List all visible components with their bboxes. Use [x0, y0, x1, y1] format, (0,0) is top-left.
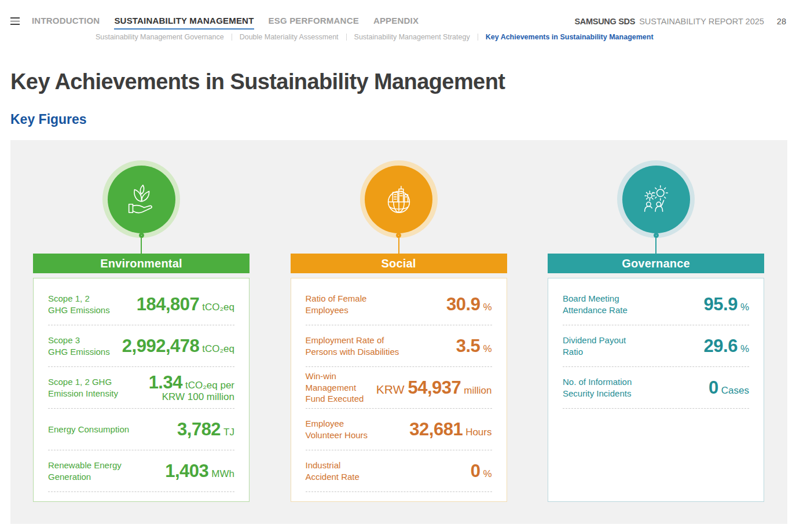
value-number: 184,807 — [137, 294, 200, 314]
subnav-divider — [346, 34, 347, 41]
metric-row: Win-win Management Fund Executed KRW54,9… — [306, 367, 492, 409]
samsung-sds-logo: SAMSUNG SDS — [574, 17, 635, 26]
value-unit: Cases — [721, 385, 749, 396]
metric-row: Employment Rate of Persons with Disabili… — [306, 325, 492, 367]
metric-row: Scope 1, 2 GHG Emissions 184,807tCO₂eq — [48, 284, 234, 325]
globe-buildings-icon — [381, 181, 417, 217]
section-title-key-figures: Key Figures — [10, 112, 87, 127]
connector-dot — [139, 233, 144, 238]
value-number: 29.6 — [704, 336, 738, 356]
connector-line — [655, 238, 656, 254]
metric-label: Scope 1, 2 GHG Emissions — [48, 293, 110, 316]
environmental-circle — [102, 160, 180, 238]
metric-value: 3,782TJ — [177, 420, 234, 439]
key-figures-panel: Environmental Scope 1, 2 GHG Emissions 1… — [10, 140, 787, 524]
people-gears-icon — [638, 181, 674, 217]
subnav-double-materiality[interactable]: Double Materiality Assessment — [240, 33, 339, 41]
metric-value: 95.9% — [704, 295, 749, 314]
metric-value: 3.5% — [456, 336, 492, 355]
value-number: 54,937 — [408, 377, 461, 398]
metric-value: 1.34tCO₂eq per KRW 100 million — [149, 373, 234, 403]
value-unit: million — [464, 385, 491, 396]
subnav-governance[interactable]: Sustainability Management Governance — [96, 33, 224, 41]
metric-label: Win-win Management Fund Executed — [306, 370, 376, 405]
subnav-strategy[interactable]: Sustainability Management Strategy — [354, 33, 470, 41]
metric-label: Energy Consumption — [48, 424, 129, 435]
social-column: Social Ratio of Female Employees 30.9% E… — [291, 160, 507, 524]
metric-label: Scope 1, 2 GHG Emission Intensity — [48, 376, 118, 399]
report-title: SUSTAINABILITY REPORT 2025 — [639, 17, 764, 26]
connector-line — [398, 238, 399, 254]
social-card: Ratio of Female Employees 30.9% Employme… — [291, 278, 507, 502]
hand-holding-leaves-icon — [123, 181, 159, 217]
metric-row: Board Meeting Attendance Rate 95.9% — [563, 284, 749, 325]
governance-card: Board Meeting Attendance Rate 95.9% Divi… — [548, 278, 764, 502]
value-number: 95.9 — [704, 294, 738, 314]
column-title: Environmental — [100, 257, 182, 270]
page-title: Key Achievements in Sustainability Manag… — [10, 69, 505, 94]
value-number: 30.9 — [446, 294, 480, 314]
value-unit: % — [740, 302, 749, 313]
metric-label: Industrial Accident Rate — [306, 460, 360, 483]
nav-appendix[interactable]: APPENDIX — [373, 16, 419, 30]
column-header-social: Social — [291, 254, 507, 273]
metric-value: 2,992,478tCO₂eq — [122, 336, 234, 355]
metric-value: 1,403MWh — [165, 461, 234, 480]
subnav-key-achievements[interactable]: Key Achievements in Sustainability Manag… — [486, 33, 654, 41]
metric-row: Dividend Payout Ratio 29.6% — [563, 325, 749, 367]
column-title: Governance — [622, 257, 690, 270]
sub-nav: Sustainability Management Governance Dou… — [96, 33, 654, 41]
metric-row: Energy Consumption 3,782TJ — [48, 409, 234, 450]
value-number: 1,403 — [165, 461, 208, 481]
subnav-divider — [478, 34, 478, 41]
value-number: 3,782 — [177, 419, 221, 439]
metric-label: Renewable Energy Generation — [48, 460, 122, 483]
metric-label: Board Meeting Attendance Rate — [563, 293, 628, 316]
value-number: 32,681 — [409, 419, 463, 439]
connector-line — [141, 238, 142, 254]
value-unit: tCO₂eq — [202, 302, 234, 313]
metric-row: Scope 3 GHG Emissions 2,992,478tCO₂eq — [48, 325, 234, 367]
metric-row: No. of Information Security Incidents 0C… — [563, 367, 749, 409]
metric-label: Scope 3 GHG Emissions — [48, 335, 110, 358]
value-number: 1.34 — [149, 372, 182, 392]
metric-value: 32,681Hours — [409, 420, 491, 439]
nav-sustainability-management[interactable]: SUSTAINABILITY MANAGEMENT — [114, 16, 254, 30]
metric-row: Ratio of Female Employees 30.9% — [306, 284, 492, 325]
value-unit: Hours — [465, 427, 491, 438]
hamburger-menu-icon[interactable] — [10, 17, 20, 25]
value-unit: MWh — [211, 468, 234, 479]
column-title: Social — [381, 257, 416, 270]
metric-row: Industrial Accident Rate 0% — [306, 450, 492, 492]
value-number: 2,992,478 — [122, 336, 199, 356]
connector-dot — [396, 233, 401, 238]
value-number: 0 — [471, 461, 480, 481]
metric-label: Ratio of Female Employees — [306, 293, 367, 316]
metric-row: Scope 1, 2 GHG Emission Intensity 1.34tC… — [48, 367, 234, 409]
subnav-divider — [232, 34, 232, 41]
metric-label: Employment Rate of Persons with Disabili… — [306, 335, 399, 358]
metric-row: Employee Volunteer Hours 32,681Hours — [306, 409, 492, 450]
metric-label: Employee Volunteer Hours — [306, 418, 368, 441]
nav-esg-performance[interactable]: ESG PERFORMANCE — [269, 16, 359, 30]
metric-value: 0% — [471, 461, 492, 480]
page-number: 28 — [777, 17, 786, 26]
governance-column: Governance Board Meeting Attendance Rate… — [548, 160, 764, 524]
metric-label: Dividend Payout Ratio — [563, 335, 626, 358]
value-prefix: KRW — [376, 383, 405, 396]
environmental-card: Scope 1, 2 GHG Emissions 184,807tCO₂eq S… — [33, 278, 250, 502]
metric-value: KRW54,937million — [376, 378, 492, 397]
value-unit: % — [483, 468, 491, 479]
connector-dot — [654, 233, 659, 238]
social-circle — [360, 160, 438, 238]
metric-value: 30.9% — [446, 295, 491, 314]
metric-value: 29.6% — [704, 336, 749, 355]
metric-label: No. of Information Security Incidents — [563, 376, 632, 399]
value-number: 3.5 — [456, 336, 480, 356]
main-nav: INTRODUCTION SUSTAINABILITY MANAGEMENT E… — [32, 16, 419, 30]
metric-value: 0Cases — [709, 378, 749, 397]
environmental-column: Environmental Scope 1, 2 GHG Emissions 1… — [33, 160, 250, 524]
nav-introduction[interactable]: INTRODUCTION — [32, 16, 100, 30]
metric-value: 184,807tCO₂eq — [137, 295, 234, 314]
report-brandbar: SAMSUNG SDS SUSTAINABILITY REPORT 2025 2… — [574, 17, 786, 26]
